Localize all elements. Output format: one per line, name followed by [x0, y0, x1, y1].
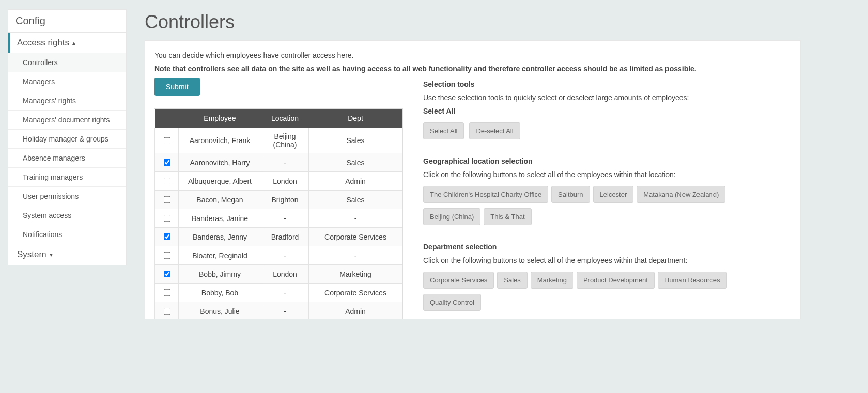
- table-header: Location: [261, 109, 309, 128]
- sidebar-item[interactable]: System access: [8, 206, 126, 225]
- table-cell: Bradford: [261, 228, 309, 246]
- triangle-down-icon: ▾: [50, 251, 53, 258]
- table-cell: -: [261, 246, 309, 265]
- table-cell: Aaronovitch, Frank: [179, 128, 261, 153]
- sidebar-item[interactable]: Training managers: [8, 168, 126, 187]
- content-panel[interactable]: You can decide which employees have cont…: [145, 40, 801, 319]
- page-title: Controllers: [145, 11, 801, 33]
- table-row: Bobby, Bob-Corporate Services: [155, 284, 402, 302]
- intro-text: You can decide which employees have cont…: [154, 51, 789, 59]
- table-cell: Corporate Services: [309, 228, 402, 246]
- table-header: Dept: [309, 109, 402, 128]
- table-cell: London: [261, 172, 309, 191]
- table-row: Bloater, Reginald--: [155, 246, 402, 265]
- table-row: Bacon, MeganBrightonSales: [155, 191, 402, 209]
- table-cell: Marketing: [309, 265, 402, 284]
- employee-checkbox[interactable]: [163, 289, 171, 296]
- sidebar-item[interactable]: Notifications: [8, 225, 126, 244]
- department-button[interactable]: Marketing: [531, 272, 574, 289]
- sidebar: Config Access rights ▴ ControllersManage…: [8, 9, 127, 265]
- sidebar-item[interactable]: Controllers: [8, 53, 126, 72]
- table-cell: London: [261, 265, 309, 284]
- department-button[interactable]: Corporate Services: [423, 272, 494, 289]
- table-cell: Sales: [309, 153, 402, 172]
- select-all-heading: Select All: [423, 107, 789, 115]
- location-button[interactable]: The Children's Hospital Charity Office: [423, 186, 548, 203]
- sidebar-group-access-rights[interactable]: Access rights ▴: [8, 33, 126, 53]
- table-cell: Bloater, Reginald: [179, 246, 261, 265]
- table-cell: -: [261, 302, 309, 320]
- table-cell: Brighton: [261, 191, 309, 209]
- table-row: Banderas, JennyBradfordCorporate Service…: [155, 228, 402, 246]
- employee-checkbox[interactable]: [163, 159, 171, 166]
- table-cell: Bobb, Jimmy: [179, 265, 261, 284]
- employee-checkbox[interactable]: [163, 233, 171, 241]
- table-row: Albuquerque, AlbertLondonAdmin: [155, 172, 402, 191]
- dept-selection-desc: Click on the following buttons to select…: [423, 256, 789, 264]
- dept-selection-title: Department selection: [423, 243, 789, 251]
- table-row: Bobb, JimmyLondonMarketing: [155, 265, 402, 284]
- employee-table: EmployeeLocationDept Aaronovitch, FrankB…: [154, 109, 402, 319]
- employee-checkbox[interactable]: [163, 178, 171, 185]
- sidebar-item[interactable]: Managers' document rights: [8, 111, 126, 130]
- sidebar-item[interactable]: Managers' rights: [8, 91, 126, 111]
- sidebar-item[interactable]: Holiday manager & groups: [8, 130, 126, 149]
- table-cell: Sales: [309, 128, 402, 153]
- table-row: Aaronovitch, Harry-Sales: [155, 153, 402, 172]
- location-button[interactable]: This & That: [484, 208, 531, 225]
- selection-tools-title: Selection tools: [423, 80, 789, 88]
- department-button[interactable]: Product Development: [577, 272, 655, 289]
- triangle-up-icon: ▴: [72, 39, 75, 46]
- table-cell: -: [261, 284, 309, 302]
- table-cell: Bonus, Julie: [179, 302, 261, 320]
- department-button[interactable]: Quality Control: [423, 294, 481, 311]
- table-cell: Banderas, Janine: [179, 209, 261, 228]
- table-row: Banderas, Janine--: [155, 209, 402, 228]
- table-header: Employee: [179, 109, 261, 128]
- table-cell: -: [261, 153, 309, 172]
- location-button[interactable]: Leicester: [593, 186, 634, 203]
- location-button[interactable]: Beijing (China): [423, 208, 481, 225]
- department-button[interactable]: Sales: [497, 272, 528, 289]
- employee-checkbox[interactable]: [163, 137, 171, 144]
- employee-checkbox[interactable]: [163, 271, 171, 278]
- table-cell: Admin: [309, 302, 402, 320]
- deselect-all-button[interactable]: De-select All: [469, 122, 520, 139]
- select-all-button[interactable]: Select All: [423, 122, 464, 139]
- table-cell: Beijing (China): [261, 128, 309, 153]
- geo-selection-desc: Click on the following buttons to select…: [423, 170, 789, 179]
- table-cell: Admin: [309, 172, 402, 191]
- sidebar-group-system[interactable]: System ▾: [8, 244, 126, 265]
- sidebar-list: ControllersManagersManagers' rightsManag…: [8, 53, 126, 244]
- location-button[interactable]: Matakana (New Zealand): [637, 186, 725, 203]
- employee-checkbox[interactable]: [163, 308, 171, 315]
- employee-checkbox[interactable]: [163, 252, 171, 259]
- table-cell: Bacon, Megan: [179, 191, 261, 209]
- table-cell: Banderas, Jenny: [179, 228, 261, 246]
- employee-checkbox[interactable]: [163, 196, 171, 203]
- sidebar-item[interactable]: Absence managers: [8, 149, 126, 168]
- table-cell: Sales: [309, 191, 402, 209]
- sidebar-item[interactable]: Managers: [8, 72, 126, 91]
- geo-selection-title: Geographical location selection: [423, 157, 789, 165]
- submit-button[interactable]: Submit: [154, 78, 200, 96]
- employee-checkbox[interactable]: [163, 215, 171, 222]
- sidebar-item[interactable]: User permissions: [8, 187, 126, 206]
- table-cell: -: [309, 209, 402, 228]
- department-button[interactable]: Human Resources: [658, 272, 727, 289]
- sidebar-group-label: Access rights: [17, 38, 69, 48]
- sidebar-top-config[interactable]: Config: [8, 10, 126, 33]
- location-button[interactable]: Saltburn: [551, 186, 590, 203]
- table-cell: Aaronovitch, Harry: [179, 153, 261, 172]
- table-header: [155, 109, 179, 128]
- sidebar-group-label: System: [17, 249, 47, 260]
- main-content: Controllers You can decide which employe…: [145, 9, 801, 319]
- table-row: Aaronovitch, FrankBeijing (China)Sales: [155, 128, 402, 153]
- selection-tools-desc: Use these selection tools to quickly sel…: [423, 93, 789, 102]
- table-cell: Albuquerque, Albert: [179, 172, 261, 191]
- note-text: Note that controllers see all data on th…: [154, 65, 789, 73]
- table-row: Bonus, Julie-Admin: [155, 302, 402, 320]
- table-cell: Corporate Services: [309, 284, 402, 302]
- table-cell: -: [309, 246, 402, 265]
- table-cell: Bobby, Bob: [179, 284, 261, 302]
